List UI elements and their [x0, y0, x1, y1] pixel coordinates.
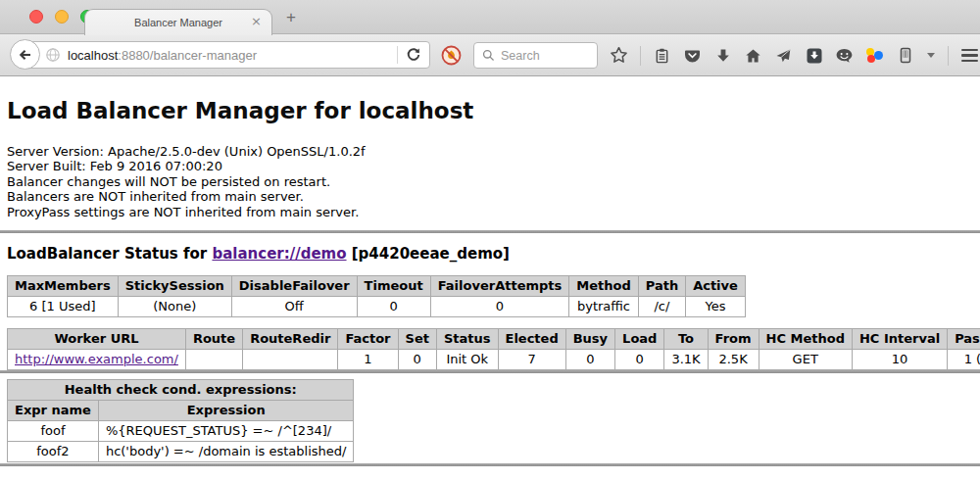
header-cell: HC Interval: [852, 329, 947, 350]
header-cell: From: [708, 329, 759, 350]
color-dots-icon[interactable]: [865, 46, 884, 65]
header-cell: Factor: [338, 329, 398, 350]
table-header-row: Worker URL Route RouteRedir Factor Set S…: [8, 329, 980, 350]
block-content-icon[interactable]: [438, 41, 464, 69]
balancer-settings-table: MaxMembers StickySession DisableFailover…: [7, 275, 746, 317]
bookmark-star-icon[interactable]: [610, 46, 628, 66]
header-cell: HC Method: [759, 329, 852, 350]
header-cell: Elected: [498, 329, 565, 350]
globe-icon: [45, 47, 61, 63]
download-icon[interactable]: [713, 46, 732, 66]
expr-name-cell: foof2: [8, 442, 99, 462]
header-cell: Route: [185, 329, 242, 350]
section-divider: [0, 230, 980, 233]
toolbar-separator: [640, 46, 641, 66]
table-header-row: MaxMembers StickySession DisableFailover…: [8, 276, 746, 297]
status-prefix: LoadBalancer Status for: [7, 245, 212, 263]
worker-status-table: Worker URL Route RouteRedir Factor Set S…: [7, 328, 980, 370]
table-row: foof %{REQUEST_STATUS} =~ /^[234]/: [8, 421, 354, 442]
browser-tab[interactable]: Balancer Manager ×: [84, 9, 272, 35]
back-icon: [17, 46, 34, 64]
elected-cell: 7: [498, 350, 565, 370]
header-cell: Busy: [565, 329, 614, 350]
url-host: localhost: [68, 48, 118, 63]
table-title-row: Health check cond. expressions:: [8, 380, 354, 401]
failoverattempts-cell: 0: [430, 297, 569, 317]
new-tab-button[interactable]: +: [286, 8, 296, 27]
active-cell: Yes: [686, 297, 746, 317]
status-cell: Init Ok: [436, 350, 498, 370]
search-input[interactable]: [501, 49, 584, 63]
health-check-table: Health check cond. expressions: Expr nam…: [7, 379, 354, 462]
caret-down-icon[interactable]: [926, 46, 936, 66]
tab-close-icon[interactable]: ×: [251, 14, 262, 28]
note-line: ProxyPass settings are NOT inherited fro…: [7, 205, 980, 219]
header-cell: MaxMembers: [8, 276, 119, 297]
path-cell: /c/: [638, 297, 685, 317]
note-line: Balancers are NOT inherited from main se…: [7, 189, 980, 204]
table-row: 6 [1 Used] (None) Off 0 0 bytraffic /c/ …: [8, 297, 746, 317]
url-path: :8880/balancer-manager: [118, 48, 257, 63]
balancer-link[interactable]: balancer://demo: [212, 245, 346, 263]
video-download-icon[interactable]: [805, 46, 823, 66]
header-cell: Expression: [98, 401, 354, 421]
header-cell: Status: [436, 329, 498, 350]
worker-url-cell: http://www.example.com/: [8, 350, 186, 370]
tab-title: Balancer Manager: [134, 17, 222, 28]
url-text[interactable]: localhost:8880/balancer-manager: [68, 48, 257, 63]
search-icon: [482, 49, 495, 62]
stickysession-cell: (None): [118, 297, 231, 317]
header-cell: FailoverAttempts: [430, 276, 569, 297]
health-table-title: Health check cond. expressions:: [8, 380, 354, 401]
battery-icon[interactable]: [896, 46, 914, 66]
navigation-toolbar: localhost:8880/balancer-manager: [0, 34, 980, 76]
reading-list-icon[interactable]: [653, 46, 671, 66]
reload-icon[interactable]: [406, 47, 429, 63]
url-bar-divider: [397, 46, 398, 64]
section-divider: [0, 370, 980, 373]
url-bar[interactable]: localhost:8880/balancer-manager: [24, 41, 430, 69]
back-button[interactable]: [10, 39, 40, 70]
header-cell: To: [664, 329, 708, 350]
pocket-icon[interactable]: [683, 46, 702, 66]
header-cell: RouteRedir: [243, 329, 338, 350]
table-header-row: Expr name Expression: [8, 401, 354, 421]
hc-interval-cell: 10: [852, 350, 947, 370]
header-cell: Active: [686, 276, 746, 297]
server-version-line: Server Version: Apache/2.5.0-dev (Unix) …: [7, 144, 980, 159]
header-cell: Method: [569, 276, 638, 297]
chat-smiley-icon[interactable]: [835, 46, 854, 66]
method-cell: bytraffic: [569, 297, 638, 317]
server-info: Server Version: Apache/2.5.0-dev (Unix) …: [7, 144, 980, 219]
expression-cell: hc('body') =~ /domain is established/: [98, 442, 354, 462]
to-cell: 3.1K: [664, 350, 708, 370]
maxmembers-cell: 6 [1 Used]: [8, 297, 119, 317]
worker-row: http://www.example.com/ 1 0 Init Ok 7 0 …: [8, 350, 980, 370]
disablefailover-cell: Off: [231, 297, 357, 317]
routeredir-cell: [243, 350, 338, 370]
header-cell: Timeout: [357, 276, 430, 297]
header-cell: Load: [615, 329, 664, 350]
search-bar[interactable]: [473, 42, 598, 69]
header-cell: Expr name: [8, 401, 99, 421]
home-icon[interactable]: [744, 46, 762, 66]
set-cell: 0: [398, 350, 436, 370]
worker-url-link[interactable]: http://www.example.com/: [15, 352, 178, 366]
table-row: foof2 hc('body') =~ /domain is establish…: [8, 442, 354, 462]
page-content: Load Balancer Manager for localhost Serv…: [0, 98, 980, 466]
window-close-button[interactable]: [29, 10, 43, 24]
header-cell: Worker URL: [8, 329, 186, 350]
from-cell: 2.5K: [708, 350, 759, 370]
blue-dot: [874, 51, 883, 60]
header-cell: DisableFailover: [231, 276, 357, 297]
passes-cell: 1 (0): [948, 350, 980, 370]
load-cell: 0: [615, 350, 664, 370]
page-bottom-divider: [0, 463, 980, 466]
factor-cell: 1: [338, 350, 398, 370]
toolbar-separator: [948, 46, 949, 66]
header-cell: StickySession: [118, 276, 231, 297]
header-cell: Set: [398, 329, 436, 350]
send-icon[interactable]: [774, 46, 793, 66]
window-minimize-button[interactable]: [55, 10, 69, 24]
menu-icon[interactable]: [960, 46, 979, 66]
